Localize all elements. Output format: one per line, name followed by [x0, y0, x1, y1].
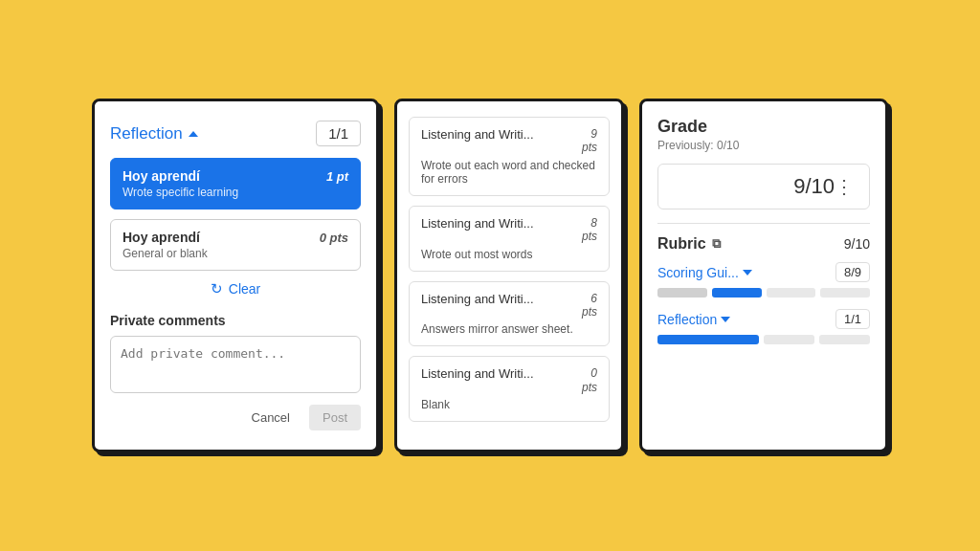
panel-1-header: Reflection 1/1 [110, 121, 361, 146]
rubric-row-2-pts: 8 [582, 216, 597, 230]
refresh-icon: ↻ [211, 280, 223, 298]
reflection-seg-empty-2 [819, 335, 870, 344]
rubric-row-3[interactable]: Listening and Writi... 6 pts Answers mir… [409, 281, 610, 347]
rubric-row-3-title: Listening and Writi... [421, 292, 534, 320]
cancel-button[interactable]: Cancel [240, 405, 301, 430]
scoring-gui-label: Scoring Gui... [657, 265, 739, 280]
rubric-row-1-pts: 9 [582, 127, 597, 141]
rubric-item-unselected[interactable]: Hoy aprendí 0 pts General or blank [110, 219, 361, 271]
progress-seg-empty [657, 288, 707, 298]
panel-3: Grade Previously: 0/10 9/10 ⋮ Rubric ⧉ 9… [639, 99, 888, 452]
divider [657, 223, 870, 224]
rubric-row-1[interactable]: Listening and Writi... 9 pts Wrote out e… [409, 117, 610, 196]
scoring-progress-bar [657, 288, 870, 298]
rubric-row-4-title: Listening and Writi... [421, 366, 534, 394]
rubric-item-1-desc: Wrote specific learning [122, 186, 348, 199]
panels-container: Reflection 1/1 Hoy aprendí 1 pt Wrote sp… [73, 79, 907, 472]
reflection-progress-bar [657, 335, 870, 344]
rubric-row-4[interactable]: Listening and Writi... 0 pts Blank [409, 356, 610, 422]
post-button[interactable]: Post [309, 405, 361, 430]
rubric-row-2-pts-label: pts [582, 230, 597, 243]
subsection-reflection: Reflection 1/1 [657, 309, 870, 344]
grade-value: 9/10 [793, 174, 835, 199]
rubric-item-1-header: Hoy aprendí 1 pt [122, 168, 348, 184]
rubric-item-2-desc: General or blank [122, 247, 348, 260]
subsection-scoring-header: Scoring Gui... 8/9 [657, 262, 870, 282]
external-link-icon[interactable]: ⧉ [712, 236, 721, 252]
reflection-score: 1/1 [835, 309, 870, 329]
rubric-row-3-desc: Answers mirror answer sheet. [421, 322, 597, 336]
subsection-scoring-title[interactable]: Scoring Gui... [657, 265, 752, 280]
grade-label: Grade [657, 117, 870, 137]
rubric-row-3-header: Listening and Writi... 6 pts [421, 292, 597, 320]
rubric-row-2[interactable]: Listening and Writi... 8 pts Wrote out m… [409, 206, 610, 272]
rubric-item-2-title: Hoy aprendí [122, 230, 200, 245]
subsection-scoring: Scoring Gui... 8/9 [657, 262, 870, 298]
reflection-seg-filled-1 [657, 335, 759, 344]
scoring-score: 8/9 [835, 262, 870, 282]
panel1-score: 1/1 [316, 121, 361, 146]
rubric-row-3-pts: 6 [582, 292, 597, 305]
reflection-sub-label: Reflection [657, 312, 717, 327]
subsection-reflection-header: Reflection 1/1 [657, 309, 870, 329]
panel-2: Listening and Writi... 9 pts Wrote out e… [394, 99, 624, 452]
rubric-row-1-desc: Wrote out each word and checked for erro… [421, 159, 597, 186]
rubric-row-2-header: Listening and Writi... 8 pts [421, 216, 597, 244]
panel-1: Reflection 1/1 Hoy aprendí 1 pt Wrote sp… [92, 99, 379, 452]
private-comments-label: Private comments [110, 313, 361, 328]
rubric-item-2-pts: 0 pts [320, 231, 348, 245]
rubric-item-1-pts: 1 pt [326, 169, 348, 184]
rubric-row-1-header: Listening and Writi... 9 pts [421, 127, 597, 155]
reflection-chevron-down-icon [721, 317, 730, 322]
grade-score-row: 9/10 ⋮ [657, 164, 870, 209]
progress-seg-empty-2 [767, 288, 816, 298]
rubric-total-score: 9/10 [844, 236, 870, 252]
rubric-row-4-header: Listening and Writi... 0 pts [421, 366, 597, 394]
chevron-up-icon [189, 131, 198, 137]
rubric-item-1-title: Hoy aprendí [122, 168, 200, 184]
rubric-label: Rubric [657, 235, 706, 253]
rubric-row-1-pts-label: pts [582, 141, 597, 154]
rubric-row-2-desc: Wrote out most words [421, 248, 597, 261]
clear-button[interactable]: ↻ Clear [110, 280, 361, 298]
rubric-item-selected[interactable]: Hoy aprendí 1 pt Wrote specific learning [110, 158, 361, 209]
progress-seg-empty-3 [820, 288, 870, 298]
previously-label: Previously: 0/10 [657, 139, 870, 152]
rubric-row-4-pts-label: pts [582, 381, 597, 394]
reflection-label: Reflection [110, 124, 183, 143]
rubric-row-4-desc: Blank [421, 398, 597, 411]
comment-input[interactable] [110, 336, 361, 393]
subsection-reflection-title[interactable]: Reflection [657, 312, 730, 327]
rubric-row-2-title: Listening and Writi... [421, 216, 534, 244]
comment-actions: Cancel Post [110, 405, 361, 430]
rubric-row-1-title: Listening and Writi... [421, 127, 534, 155]
scoring-chevron-down-icon [743, 270, 752, 276]
rubric-item-2-header: Hoy aprendí 0 pts [122, 230, 348, 245]
progress-seg-filled-1 [712, 288, 762, 298]
three-dots-icon[interactable]: ⋮ [835, 175, 856, 198]
rubric-section-header: Rubric ⧉ 9/10 [657, 235, 870, 253]
rubric-section-title: Rubric ⧉ [657, 235, 721, 253]
reflection-title[interactable]: Reflection [110, 124, 198, 143]
reflection-seg-empty-1 [764, 335, 814, 344]
rubric-row-4-pts: 0 [582, 366, 597, 380]
rubric-row-3-pts-label: pts [582, 305, 597, 319]
clear-label: Clear [229, 281, 260, 297]
